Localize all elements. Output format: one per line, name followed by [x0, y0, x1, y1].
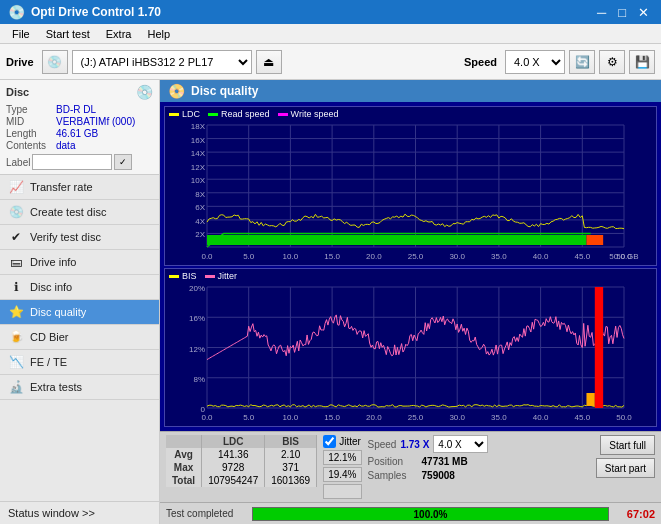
nav-label-extra-tests: Extra tests — [30, 381, 82, 393]
mid-key: MID — [6, 116, 56, 127]
drive-label: Drive — [6, 56, 34, 68]
sidebar-item-disc-quality[interactable]: ⭐ Disc quality — [0, 300, 159, 325]
refresh-button[interactable]: 🔄 — [569, 50, 595, 74]
extra-tests-icon: 🔬 — [8, 380, 24, 394]
time-display: 67:02 — [615, 508, 655, 520]
max-ldc: 9728 — [202, 461, 265, 474]
max-bis: 371 — [265, 461, 317, 474]
chart2-legend: BIS Jitter — [169, 271, 237, 281]
main-layout: Disc 💿 Type BD-R DL MID VERBATIMf (000) … — [0, 80, 661, 524]
sidebar-item-fe-te[interactable]: 📉 FE / TE — [0, 350, 159, 375]
stats-table: LDC BIS Avg 141.36 2.10 Max 9728 371 — [166, 435, 317, 487]
position-row: Position 47731 MB — [368, 456, 590, 467]
sidebar-item-drive-info[interactable]: 🖴 Drive info — [0, 250, 159, 275]
close-button[interactable]: ✕ — [634, 5, 653, 20]
disc-heading: Disc — [6, 86, 29, 98]
avg-label: Avg — [166, 448, 202, 461]
content-area: 📀 Disc quality LDC Read speed — [160, 80, 661, 524]
position-value: 47731 MB — [422, 456, 468, 467]
avg-ldc: 141.36 — [202, 448, 265, 461]
sidebar-item-disc-info[interactable]: ℹ Disc info — [0, 275, 159, 300]
app-title: Opti Drive Control 1.70 — [31, 5, 161, 19]
avg-jitter: 12.1% — [323, 450, 361, 465]
drive-info-icon: 🖴 — [8, 255, 24, 269]
speed-select[interactable]: 4.0 X — [505, 50, 565, 74]
stats-col-empty — [166, 435, 202, 448]
speed-select-sm[interactable]: 4.0 X — [433, 435, 488, 453]
menu-start-test[interactable]: Start test — [38, 26, 98, 41]
toolbar: Drive 💿 (J:) ATAPI iHBS312 2 PL17 ⏏ Spee… — [0, 44, 661, 80]
chart-header-icon: 📀 — [168, 83, 185, 99]
bis-legend-dot — [169, 275, 179, 278]
type-val: BD-R DL — [56, 104, 96, 115]
transfer-rate-icon: 📈 — [8, 180, 24, 194]
total-label: Total — [166, 474, 202, 487]
jitter-checkbox[interactable] — [323, 435, 336, 448]
contents-key: Contents — [6, 140, 56, 151]
disc-panel-icon: 💿 — [136, 84, 153, 100]
sidebar-item-transfer-rate[interactable]: 📈 Transfer rate — [0, 175, 159, 200]
nav-label-disc-quality: Disc quality — [30, 306, 86, 318]
nav-label-verify-test-disc: Verify test disc — [30, 231, 101, 243]
verify-test-disc-icon: ✔ — [8, 230, 24, 244]
menu-file[interactable]: File — [4, 26, 38, 41]
chart1-legend: LDC Read speed Write speed — [169, 109, 338, 119]
length-key: Length — [6, 128, 56, 139]
start-full-button[interactable]: Start full — [600, 435, 655, 455]
jitter-row: Jitter — [323, 435, 361, 448]
jitter-label: Jitter — [339, 436, 361, 447]
chart-title: Disc quality — [191, 84, 258, 98]
status-window-label: Status window >> — [8, 507, 95, 519]
chart-header: 📀 Disc quality — [160, 80, 661, 102]
nav-items: 📈 Transfer rate 💿 Create test disc ✔ Ver… — [0, 175, 159, 524]
read-speed-legend-dot — [208, 113, 218, 116]
disc-panel: Disc 💿 Type BD-R DL MID VERBATIMf (000) … — [0, 80, 159, 175]
legend-ldc: LDC — [169, 109, 200, 119]
table-row: Avg 141.36 2.10 — [166, 448, 317, 461]
jitter-legend-label: Jitter — [218, 271, 238, 281]
nav-label-create-test-disc: Create test disc — [30, 206, 106, 218]
maximize-button[interactable]: □ — [614, 5, 630, 20]
sidebar-item-extra-tests[interactable]: 🔬 Extra tests — [0, 375, 159, 400]
label-input[interactable] — [32, 154, 112, 170]
sidebar: Disc 💿 Type BD-R DL MID VERBATIMf (000) … — [0, 80, 160, 524]
sidebar-item-verify-test-disc[interactable]: ✔ Verify test disc — [0, 225, 159, 250]
start-part-button[interactable]: Start part — [596, 458, 655, 478]
mid-val: VERBATIMf (000) — [56, 116, 135, 127]
label-confirm-button[interactable]: ✓ — [114, 154, 132, 170]
app-icon: 💿 — [8, 4, 25, 20]
label-key: Label — [6, 157, 30, 168]
samples-row: Samples 759008 — [368, 470, 590, 481]
chart-bis: BIS Jitter — [164, 268, 657, 427]
chart-ldc: LDC Read speed Write speed — [164, 106, 657, 266]
speed-value-display: 1.73 X — [400, 439, 429, 450]
speed-row: Speed 1.73 X 4.0 X — [368, 435, 590, 453]
max-jitter: 19.4% — [323, 467, 361, 482]
bis-legend-label: BIS — [182, 271, 197, 281]
settings-button[interactable]: ⚙ — [599, 50, 625, 74]
total-bis: 1601369 — [265, 474, 317, 487]
title-bar-controls: ─ □ ✕ — [593, 5, 653, 20]
menu-extra[interactable]: Extra — [98, 26, 140, 41]
table-row: Max 9728 371 — [166, 461, 317, 474]
charts-container: LDC Read speed Write speed — [160, 102, 661, 431]
total-ldc: 107954247 — [202, 474, 265, 487]
legend-bis: BIS — [169, 271, 197, 281]
menu-bar: File Start test Extra Help — [0, 24, 661, 44]
position-label: Position — [368, 456, 418, 467]
eject-button[interactable]: ⏏ — [256, 50, 282, 74]
save-button[interactable]: 💾 — [629, 50, 655, 74]
drive-select[interactable]: (J:) ATAPI iHBS312 2 PL17 — [72, 50, 252, 74]
table-row: Total 107954247 1601369 — [166, 474, 317, 487]
type-key: Type — [6, 104, 56, 115]
create-test-disc-icon: 💿 — [8, 205, 24, 219]
minimize-button[interactable]: ─ — [593, 5, 610, 20]
sidebar-item-create-test-disc[interactable]: 💿 Create test disc — [0, 200, 159, 225]
drive-icon-btn[interactable]: 💿 — [42, 50, 68, 74]
write-speed-legend-dot — [278, 113, 288, 116]
status-window-button[interactable]: Status window >> — [0, 501, 159, 524]
progress-bar-container: Test completed 100.0% 67:02 — [160, 502, 661, 524]
progress-percent: 100.0% — [414, 508, 448, 519]
sidebar-item-cd-bier[interactable]: 🍺 CD Bier — [0, 325, 159, 350]
menu-help[interactable]: Help — [139, 26, 178, 41]
